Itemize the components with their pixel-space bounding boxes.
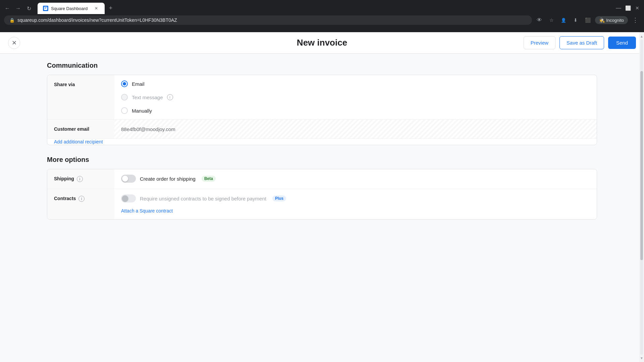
scroll-thumb — [640, 71, 643, 260]
back-button[interactable]: ← — [3, 4, 12, 13]
contracts-toggle-label: Require unsigned contracts to be signed … — [140, 196, 266, 201]
right-scrollbar[interactable]: ▲ ▼ — [639, 32, 644, 362]
svg-rect-2 — [45, 8, 46, 9]
menu-button[interactable]: ⋮ — [631, 15, 640, 25]
app-header: ✕ New invoice Preview Save as Draft Send — [0, 32, 644, 54]
contracts-info-icon[interactable]: i — [78, 196, 85, 202]
add-recipient-row: Add additional recipient — [47, 139, 597, 145]
radio-text-label: Text message — [132, 95, 163, 100]
send-button[interactable]: Send — [608, 37, 636, 49]
address-bar[interactable]: 🔒 squareup.com/dashboard/invoices/new?cu… — [4, 15, 532, 25]
customer-email-row: Customer email 88e4fb0f@moodjoy.com — [47, 120, 597, 139]
shipping-content: Create order for shipping Beta — [114, 169, 597, 189]
lock-icon: 🔒 — [9, 18, 15, 23]
attach-contract-row: Attach a Square contract — [121, 208, 590, 214]
contracts-row: Contracts i Require unsigned contracts t… — [47, 189, 597, 219]
share-via-row: Share via Email Text message — [47, 75, 597, 120]
scroll-up-arrow[interactable]: ▲ — [639, 34, 644, 39]
email-address: 88e4fb0f@moodjoy.com — [121, 126, 175, 132]
communication-section-title: Communication — [47, 62, 597, 69]
plus-badge: Plus — [272, 195, 286, 201]
radio-email[interactable]: Email — [121, 80, 590, 87]
radio-text[interactable]: Text message i — [121, 94, 590, 101]
add-recipient-link[interactable]: Add additional recipient — [47, 134, 110, 145]
communication-card: Share via Email Text message — [47, 75, 597, 145]
eye-icon[interactable]: 👁 — [535, 15, 544, 25]
close-window-button[interactable]: ✕ — [633, 4, 641, 12]
url-text: squareup.com/dashboard/invoices/new?curr… — [17, 17, 527, 23]
new-tab-button[interactable]: + — [106, 3, 115, 13]
tab-title: Square Dashboard — [51, 6, 91, 11]
profile-icon[interactable]: 👤 — [559, 15, 568, 25]
svg-rect-1 — [45, 7, 47, 8]
radio-manually-circle — [121, 107, 128, 114]
page-title: New invoice — [297, 38, 347, 48]
contracts-toggle[interactable] — [121, 194, 136, 202]
app-container: ✕ New invoice Preview Save as Draft Send… — [0, 32, 644, 362]
app-main: Communication Share via Email — [0, 54, 644, 362]
share-via-radio-group: Email Text message i Manually — [121, 80, 590, 114]
beta-badge: Beta — [202, 176, 216, 182]
shipping-label: Shipping — [54, 176, 74, 181]
sidebar-icon[interactable]: ⬛ — [583, 15, 592, 25]
close-button[interactable]: ✕ — [8, 37, 20, 49]
radio-manually[interactable]: Manually — [121, 107, 590, 114]
browser-actions: 👁 ☆ 👤 ⬇ ⬛ 🕵 Incognito ⋮ — [535, 15, 640, 25]
address-bar-row: 🔒 squareup.com/dashboard/invoices/new?cu… — [0, 14, 644, 27]
shipping-label-cell: Shipping i — [47, 169, 114, 189]
contracts-toggle-row: Require unsigned contracts to be signed … — [121, 194, 590, 202]
contracts-label-cell: Contracts i — [47, 189, 114, 219]
incognito-label: Incognito — [606, 18, 624, 23]
scroll-down-arrow[interactable]: ▼ — [639, 355, 644, 361]
radio-email-label: Email — [132, 81, 145, 87]
shipping-label-wrapper: Shipping i — [54, 176, 83, 182]
contracts-label: Contracts — [54, 196, 76, 201]
contracts-content: Require unsigned contracts to be signed … — [114, 189, 597, 219]
tab-favicon — [43, 6, 48, 11]
minimize-button[interactable]: — — [614, 4, 623, 12]
share-via-content: Email Text message i Manually — [114, 75, 597, 119]
download-icon[interactable]: ⬇ — [571, 15, 580, 25]
customer-email-value: 88e4fb0f@moodjoy.com — [114, 120, 597, 138]
contracts-label-wrapper: Contracts i — [54, 196, 85, 202]
incognito-hat-icon: 🕵 — [599, 17, 605, 23]
text-info-icon[interactable]: i — [167, 94, 173, 100]
header-actions: Preview Save as Draft Send — [524, 36, 636, 49]
active-tab[interactable]: Square Dashboard ✕ — [38, 3, 105, 14]
more-options-card: Shipping i Create order for shipping Bet… — [47, 169, 597, 220]
shipping-toggle-thumb — [122, 176, 128, 182]
shipping-toggle[interactable] — [121, 175, 136, 183]
forward-button[interactable]: → — [13, 4, 23, 13]
shipping-toggle-row: Create order for shipping Beta — [121, 175, 590, 183]
incognito-button[interactable]: 🕵 Incognito — [595, 16, 628, 24]
preview-button[interactable]: Preview — [524, 36, 555, 49]
radio-manually-label: Manually — [132, 108, 152, 114]
refresh-button[interactable]: ↻ — [24, 4, 34, 13]
attach-contract-link[interactable]: Attach a Square contract — [121, 208, 173, 214]
save-draft-button[interactable]: Save as Draft — [559, 36, 604, 49]
radio-email-circle — [121, 80, 128, 87]
radio-text-circle — [121, 94, 128, 101]
maximize-button[interactable]: ⬜ — [624, 4, 632, 12]
shipping-info-icon[interactable]: i — [77, 176, 83, 182]
more-options-section-title: More options — [47, 156, 597, 164]
browser-chrome: ← → ↻ Square Dashboard ✕ + — ⬜ ✕ 🔒 squar… — [0, 0, 644, 32]
scroll-track — [640, 40, 643, 355]
bookmark-icon[interactable]: ☆ — [547, 15, 556, 25]
share-via-label: Share via — [47, 75, 114, 119]
tab-close-button[interactable]: ✕ — [93, 5, 99, 11]
shipping-toggle-label: Create order for shipping — [140, 176, 196, 182]
shipping-row: Shipping i Create order for shipping Bet… — [47, 169, 597, 189]
contracts-toggle-thumb — [122, 195, 128, 201]
